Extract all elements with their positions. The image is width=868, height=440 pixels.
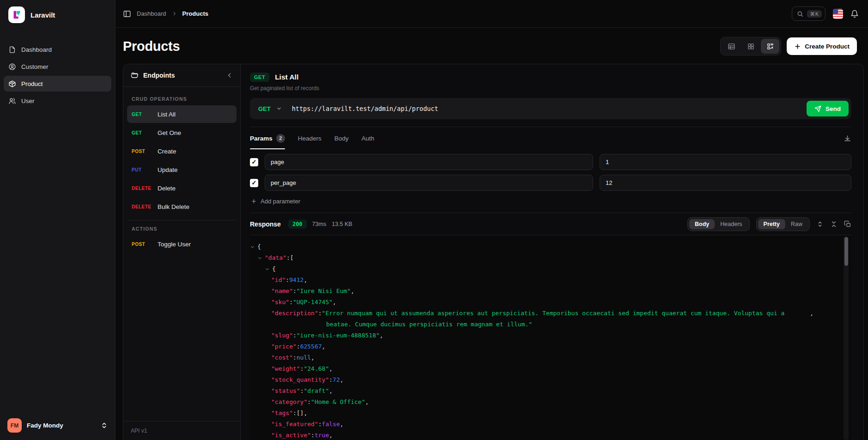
response-body: {"data":[{"id":9412,"name":"Iure Nisi Eu… <box>250 235 851 440</box>
request-subtitle: Get paginated list of records <box>250 85 851 92</box>
sidebar-item-product[interactable]: Product <box>4 76 111 92</box>
endpoint-list-all[interactable]: GETList All <box>127 105 237 123</box>
search-shortcut: ⌘K <box>807 10 822 18</box>
scrollbar-thumb[interactable] <box>844 237 848 266</box>
json-value: "Iure Nisi Eum" <box>297 287 351 294</box>
param-value-input[interactable] <box>600 175 851 191</box>
response-view-headers[interactable]: Headers <box>715 219 747 229</box>
tab-body[interactable]: Body <box>334 127 349 149</box>
grid-view-button[interactable] <box>741 39 760 54</box>
endpoint-bulk-delete[interactable]: DELETEBulk Delete <box>127 198 237 215</box>
request-tabs-row: Params2HeadersBodyAuth <box>250 127 851 149</box>
endpoint-delete[interactable]: DELETEDelete <box>127 179 237 197</box>
json-value: 625567 <box>300 343 322 350</box>
endpoint-update[interactable]: PUTUpdate <box>127 161 237 178</box>
param-value-input[interactable] <box>600 154 851 170</box>
endpoint-get-one[interactable]: GETGet One <box>127 124 237 141</box>
endpoint-method-badge: GET <box>132 112 151 117</box>
endpoint-method-badge: POST <box>132 242 151 247</box>
endpoints-list: CRUD OPERATIONSGETList AllGETGet OnePOST… <box>123 87 240 421</box>
json-collapse-chevron-icon[interactable] <box>265 267 271 272</box>
param-checkbox[interactable]: ✓ <box>250 158 258 166</box>
response-format-raw[interactable]: Raw <box>785 219 808 229</box>
topbar-actions: ⌘K <box>792 6 859 21</box>
json-value: , <box>365 398 369 405</box>
response-format-pretty[interactable]: Pretty <box>758 219 785 229</box>
send-button[interactable]: Send <box>807 101 849 116</box>
collapse-panel-chevron-left-icon[interactable] <box>226 72 233 79</box>
copy-icon[interactable] <box>844 220 851 228</box>
endpoint-name: Toggle User <box>158 241 191 248</box>
tab-label: Params <box>250 135 273 142</box>
url-input[interactable]: https://laravilt.test/admin/api/product <box>292 105 807 112</box>
request-panel: GET List All Get paginated list of recor… <box>241 64 863 440</box>
create-product-button[interactable]: Create Product <box>787 37 857 55</box>
param-row: ✓ <box>250 154 851 170</box>
sidebar-item-customer[interactable]: Customer <box>4 59 111 74</box>
json-value: : <box>318 310 322 317</box>
param-row: ✓ <box>250 175 851 191</box>
json-value: "Home & Office" <box>311 398 365 405</box>
json-line: "is_featured":false, <box>250 419 824 430</box>
param-checkbox[interactable]: ✓ <box>250 179 258 187</box>
json-line: "cost":null, <box>250 352 824 363</box>
param-key-input[interactable] <box>265 154 593 170</box>
topbar: Dashboard Products ⌘K <box>115 0 868 28</box>
endpoint-name: Create <box>158 148 176 155</box>
endpoint-toggle-user[interactable]: POSTToggle User <box>127 235 237 253</box>
json-line: "name":"Iure Nisi Eum", <box>250 286 824 297</box>
collapse-icon[interactable] <box>830 220 838 228</box>
json-value: : <box>286 254 290 261</box>
endpoint-name: Bulk Delete <box>158 203 189 210</box>
sidebar-toggle-icon[interactable] <box>123 10 131 18</box>
response-label: Response <box>250 220 281 228</box>
download-icon[interactable] <box>844 134 851 142</box>
tab-headers[interactable]: Headers <box>298 127 322 149</box>
endpoint-name: Update <box>158 166 178 173</box>
expand-icon[interactable] <box>816 220 824 228</box>
json-key: "is_featured" <box>271 421 318 428</box>
table-view-button[interactable] <box>722 39 741 54</box>
chevrons-up-down-icon <box>101 422 108 429</box>
language-flag-icon[interactable] <box>833 9 843 19</box>
scrollbar-track <box>844 236 849 440</box>
json-key: "name" <box>271 287 293 294</box>
api-playground-view-button[interactable] <box>761 39 779 54</box>
response-view-body[interactable]: Body <box>689 219 715 229</box>
tab-auth[interactable]: Auth <box>362 127 375 149</box>
method-dropdown[interactable]: GET <box>258 105 282 112</box>
json-key: "cost" <box>271 354 293 361</box>
add-parameter-button[interactable]: Add parameter <box>251 198 851 205</box>
json-collapse-chevron-icon[interactable] <box>257 256 264 261</box>
endpoint-name: Delete <box>158 185 176 192</box>
json-trailing-comma: , <box>810 308 813 319</box>
param-key-input[interactable] <box>265 175 593 191</box>
breadcrumb-item-dashboard[interactable]: Dashboard <box>137 10 166 17</box>
json-value: : <box>293 354 297 361</box>
sidebar: Laravilt DashboardCustomerProductUser FM… <box>0 0 115 440</box>
endpoint-method-badge: GET <box>132 130 151 135</box>
notifications-bell-icon[interactable] <box>850 10 859 18</box>
endpoint-method-badge: POST <box>132 149 151 154</box>
sidebar-item-dashboard[interactable]: Dashboard <box>4 42 111 57</box>
create-product-label: Create Product <box>805 43 850 50</box>
endpoints-section: ACTIONSPOSTToggle User <box>127 220 237 253</box>
add-parameter-label: Add parameter <box>261 198 300 205</box>
tab-params[interactable]: Params2 <box>250 127 285 149</box>
sidebar-item-user[interactable]: User <box>4 93 111 109</box>
plus-icon <box>251 198 257 204</box>
json-value: : <box>311 432 315 439</box>
json-collapse-chevron-icon[interactable] <box>250 244 256 250</box>
laravilt-logo-icon[interactable] <box>8 6 25 23</box>
json-value: , <box>329 387 333 394</box>
json-value: : <box>307 398 311 405</box>
user-menu[interactable]: FM Fady Mondy <box>0 413 115 440</box>
json-line: "category":"Home & Office", <box>250 397 824 408</box>
endpoints-section: CRUD OPERATIONSGETList AllGETGet OnePOST… <box>127 91 237 215</box>
json-value: false <box>322 421 340 428</box>
json-value: "24.68" <box>303 365 329 372</box>
breadcrumb-item-products: Products <box>182 10 208 17</box>
search-button[interactable]: ⌘K <box>792 6 826 21</box>
response-toolbar: BodyHeaders PrettyRaw <box>687 217 851 231</box>
endpoint-create[interactable]: POSTCreate <box>127 142 237 160</box>
